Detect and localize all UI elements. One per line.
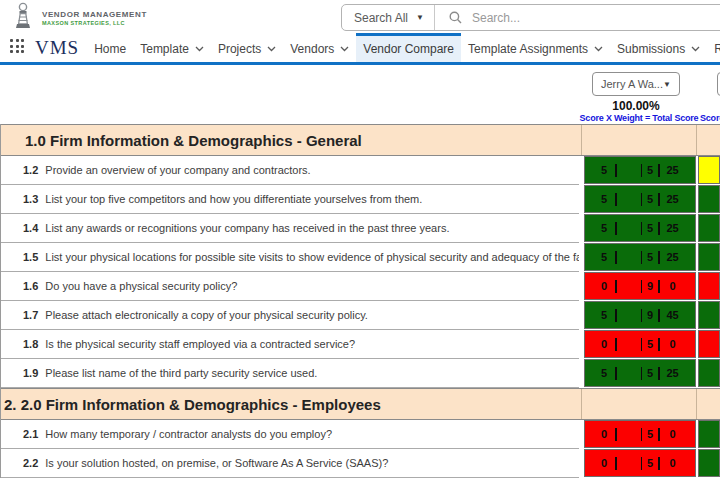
nav-item-review[interactable]: Review [707, 33, 720, 62]
company-logo: Vendor Management Maxson Strategies, LLC [12, 2, 147, 30]
chevron-down-icon [691, 46, 700, 52]
nav-item-vendor-compare[interactable]: Vendor Compare [356, 33, 461, 62]
vendor1-score-cell[interactable]: 5945 [584, 301, 696, 329]
question-row: 1.5List your physical locations for poss… [1, 243, 720, 272]
vendor1-selector-value: Jerry A Wa... [601, 78, 663, 90]
vendor2-score-cell[interactable] [698, 330, 720, 358]
search-scope-label: Search All [354, 11, 408, 25]
nav-item-label: Projects [218, 42, 261, 56]
question-text: Provide an overview of your company and … [45, 164, 310, 176]
total-value: 25 [660, 222, 686, 234]
question-cell[interactable]: 1.8Is the physical security staff employ… [1, 330, 579, 359]
question-number: 1.3 [23, 193, 38, 205]
question-text: Is your solution hosted, on premise, or … [45, 457, 388, 469]
nav-item-label: Submissions [617, 42, 685, 56]
question-text: Please attach electronically a copy of y… [45, 309, 368, 321]
question-cell[interactable]: 1.2Provide an overview of your company a… [1, 156, 579, 185]
question-row: 1.3List your top five competitors and ho… [1, 185, 720, 214]
question-number: 2.2 [23, 457, 38, 469]
score-value: 0 [593, 457, 615, 469]
vendor-compare-screen: Vendor Management Maxson Strategies, LLC… [0, 0, 720, 478]
question-row: 1.6Do you have a physical security polic… [1, 272, 720, 301]
top-header-bar: Vendor Management Maxson Strategies, LLC… [0, 0, 720, 33]
question-cell[interactable]: 2.2Is your solution hosted, on premise, … [1, 449, 579, 478]
vendor1-score-cell[interactable]: 050 [584, 330, 696, 358]
vendor1-score-cell[interactable]: 5525 [584, 359, 696, 387]
vendor2-score-cell[interactable] [698, 359, 720, 387]
vendor1-score-cell[interactable]: 050 [584, 420, 696, 448]
question-number: 1.4 [23, 222, 38, 234]
vendor1-selector[interactable]: Jerry A Wa... ▼ [592, 72, 680, 96]
question-cell[interactable]: 2.1How many temporary / contractor analy… [1, 420, 579, 449]
question-cell[interactable]: 1.9Please list name of the third party s… [1, 359, 579, 388]
question-text: List your top five competitors and how y… [45, 193, 422, 205]
vendor2-score-cell[interactable] [698, 272, 720, 300]
vendor2-score-cell[interactable] [698, 243, 720, 271]
vendor1-score-cell[interactable]: 050 [584, 449, 696, 477]
app-brand[interactable]: VMS [35, 37, 79, 62]
vendor2-score-cell[interactable] [698, 185, 720, 213]
total-value: 45 [660, 309, 686, 321]
weight-value: 5 [642, 457, 658, 469]
score-value: 5 [593, 251, 615, 263]
weight-value: 5 [642, 428, 658, 440]
score-value: 5 [593, 309, 615, 321]
nav-item-label: Home [94, 42, 126, 56]
total-value: 25 [660, 251, 686, 263]
vendor1-formula-label: Score X Weight = Total Score [574, 113, 704, 123]
question-row: 2.2Is your solution hosted, on premise, … [1, 449, 720, 478]
score-separator [615, 367, 617, 380]
nav-item-projects[interactable]: Projects [211, 33, 283, 62]
section-title: 1.0 Firm Information & Demographics - Ge… [25, 132, 362, 149]
column-divider [581, 389, 582, 419]
section-header: 1.0 Firm Information & Demographics - Ge… [1, 124, 720, 156]
nav-item-label: Vendors [290, 42, 334, 56]
total-value: 25 [660, 193, 686, 205]
weight-value: 9 [642, 309, 658, 321]
score-value: 0 [593, 280, 615, 292]
total-value: 0 [660, 338, 686, 350]
vendor2-score-cell[interactable] [698, 449, 720, 477]
weight-value: 9 [642, 280, 658, 292]
compare-subheader: Jerry A Wa... ▼ ▼ 100.00% Score X Weight… [0, 65, 720, 124]
score-separator [615, 280, 617, 293]
question-cell[interactable]: 1.7Please attach electronically a copy o… [1, 301, 579, 330]
question-text: List any awards or recognitions your com… [45, 222, 449, 234]
question-cell[interactable]: 1.5List your physical locations for poss… [1, 243, 579, 272]
vendor1-score-cell[interactable]: 5525 [584, 185, 696, 213]
nav-item-label: Review [714, 42, 720, 56]
weight-value: 5 [642, 338, 658, 350]
question-row: 1.2Provide an overview of your company a… [1, 156, 720, 185]
question-cell[interactable]: 1.3List your top five competitors and ho… [1, 185, 579, 214]
app-launcher-icon[interactable] [10, 39, 24, 56]
chevron-down-icon [594, 46, 603, 52]
question-row: 1.8Is the physical security staff employ… [1, 330, 720, 359]
question-cell[interactable]: 1.6Do you have a physical security polic… [1, 272, 579, 301]
vendor1-score-cell[interactable]: 5525 [584, 156, 696, 184]
vendor1-score-cell[interactable]: 5525 [584, 243, 696, 271]
search-scope-dropdown[interactable]: Search All ▼ [342, 5, 435, 30]
nav-item-label: Vendor Compare [363, 42, 454, 56]
vendor2-score-cell[interactable] [698, 214, 720, 242]
nav-item-submissions[interactable]: Submissions [610, 33, 707, 62]
vendor2-score-cell[interactable] [698, 420, 720, 448]
weight-value: 5 [642, 193, 658, 205]
weight-value: 5 [642, 367, 658, 379]
nav-item-template[interactable]: Template [133, 33, 211, 62]
search-input[interactable] [472, 11, 720, 25]
nav-item-template-assignments[interactable]: Template Assignments [461, 33, 610, 62]
vendor2-formula-label: Score X Weight = Total Score [700, 113, 720, 123]
nav-item-vendors[interactable]: Vendors [283, 33, 356, 62]
weight-value: 5 [642, 251, 658, 263]
column-divider [696, 125, 697, 155]
question-number: 1.6 [23, 280, 38, 292]
search-icon [449, 11, 462, 24]
nav-item-home[interactable]: Home [87, 33, 133, 62]
vendor1-score-cell[interactable]: 090 [584, 272, 696, 300]
vendor1-score-cell[interactable]: 5525 [584, 214, 696, 242]
question-cell[interactable]: 1.4List any awards or recognitions your … [1, 214, 579, 243]
score-separator [615, 222, 617, 235]
vendor2-score-cell[interactable] [698, 301, 720, 329]
total-value: 25 [660, 367, 686, 379]
vendor2-score-cell[interactable] [698, 156, 720, 184]
